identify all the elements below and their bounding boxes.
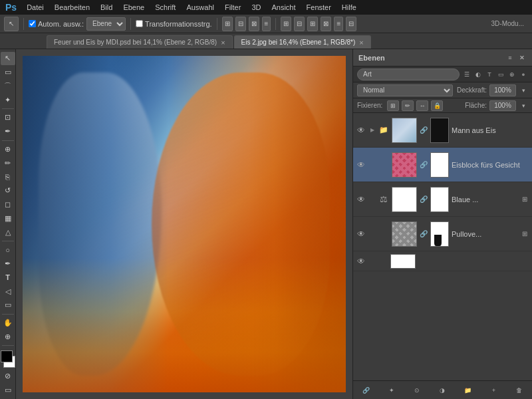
menu-ansicht[interactable]: Ansicht [267,2,300,13]
layer-select-dropdown[interactable]: Ebene [86,17,126,31]
dist3-btn[interactable]: ⊟ [294,17,305,31]
layer-expand-icon[interactable]: ▶ [369,127,376,134]
screen-mode-btn[interactable]: ▭ [1,383,15,396]
dist5-btn[interactable]: ⊠ [321,17,331,31]
align-right-btn[interactable]: ⊠ [249,17,259,31]
menu-bild[interactable]: Bild [96,2,117,13]
dist4-btn[interactable]: ⊞ [307,17,318,31]
fill-arrow-icon[interactable]: ▾ [519,101,528,110]
distribute-btn[interactable]: ≡ [262,17,271,31]
add-group-icon[interactable]: 📁 [464,386,473,395]
quick-select-tool[interactable]: ✦ [1,93,15,106]
crop-tool[interactable]: ⊡ [1,111,15,124]
layer-fx-badge: ⊞ [520,195,529,204]
adjustment-layer-icon[interactable]: ◑ [438,386,447,395]
layer-item[interactable]: 👁 🔗 Pullove... ⊞ [353,217,532,251]
menu-datei[interactable]: Datei [22,2,49,13]
layer-style-icon[interactable]: ✦ [387,386,396,395]
blend-mode-select[interactable]: Normal [357,84,453,96]
foreground-color-swatch[interactable] [1,350,13,362]
color-swatch-container[interactable] [1,350,15,367]
tab-feuer-eis[interactable]: Feuer und Eis by MDI.psd bei 14,1% (Eben… [47,35,233,49]
fill-input[interactable] [489,100,516,111]
filter-shape-icon[interactable]: ▭ [496,70,505,79]
hand-tool[interactable]: ✋ [1,317,15,330]
dist6-btn[interactable]: ≡ [334,17,343,31]
layer-link-icon[interactable]: 🔗 [420,161,426,168]
layer-eye-icon[interactable]: 👁 [356,125,366,136]
quick-mask-btn[interactable]: ⊘ [1,369,15,382]
menu-auswahl[interactable]: Auswahl [182,2,219,13]
healing-tool[interactable]: ⊕ [1,143,15,156]
auto-select-checkbox[interactable]: Autom. ausw.: [29,20,84,28]
layer-eye-icon[interactable]: 👁 [356,256,366,267]
filter-smart-icon[interactable]: ⊕ [507,70,517,79]
blur-tool[interactable]: △ [1,225,15,239]
gradient-tool[interactable]: ▦ [1,211,15,225]
brush-tool[interactable]: ✏ [1,156,15,170]
dodge-tool[interactable]: ○ [1,243,15,257]
layer-search-input[interactable] [357,68,460,80]
fix-pixels-btn[interactable]: ⊞ [387,100,399,111]
layer-eye-icon[interactable]: 👁 [356,194,366,205]
link-layers-icon[interactable]: 🔗 [361,386,370,395]
layer-thumbnail [392,118,417,143]
layer-name: Mann aus Eis [452,126,529,134]
type-tool[interactable]: T [1,271,15,284]
fix-brush-btn[interactable]: ✏ [402,100,414,111]
move-tool-btn[interactable]: ↖ [4,17,19,31]
layer-item[interactable]: 👁 ▶ 📁 🔗 Mann aus Eis [353,113,532,148]
tab-eis2-close[interactable]: × [359,39,363,47]
filter-adjust-icon[interactable]: ◐ [473,70,483,79]
menu-3d[interactable]: 3D [247,2,265,13]
add-mask-icon[interactable]: ⊙ [412,386,422,395]
menu-fenster[interactable]: Fenster [302,2,336,13]
opacity-input[interactable] [489,84,516,96]
layer-item-partial[interactable]: 👁 [353,251,532,271]
transform-input[interactable] [136,20,143,27]
eyedropper-tool[interactable]: ✒ [1,125,15,138]
layer-item[interactable]: 👁 🔗 Eisblock fürs Gesicht [353,148,532,182]
new-layer-icon[interactable]: + [489,386,498,395]
transform-checkbox[interactable]: Transformationsstrg. [136,20,211,28]
tab-eis2[interactable]: Eis 2.jpg bei 16,4% (Ebene 1, RGB/8*) × [234,35,371,49]
panel-close-icon[interactable]: ✕ [517,53,527,63]
zoom-tool[interactable]: ⊕ [1,330,15,343]
layer-name: Blaue ... [452,196,517,203]
filter-toggle-icon[interactable]: ● [519,70,528,79]
clone-tool[interactable]: ⎘ [1,170,15,184]
delete-layer-icon[interactable]: 🗑 [515,386,524,395]
eraser-tool[interactable]: ◻ [1,198,15,211]
lasso-tool[interactable]: ⌒ [1,80,15,93]
opacity-arrow-icon[interactable]: ▾ [519,86,528,95]
layer-link-icon[interactable]: 🔗 [420,230,426,237]
auto-select-input[interactable] [29,20,36,27]
filter-list-icon[interactable]: ☰ [462,70,471,79]
menu-ebene[interactable]: Ebene [118,2,149,13]
align-left-btn[interactable]: ⊞ [222,17,233,31]
dist7-btn[interactable]: ⊟ [346,17,356,31]
layer-eye-icon[interactable]: 👁 [356,160,366,170]
marquee-tool[interactable]: ▭ [1,66,15,79]
layer-link-icon[interactable]: 🔗 [420,126,426,134]
layer-item[interactable]: 👁 ⚖ 🔗 Blaue ... ⊞ [353,182,532,217]
move-tool[interactable]: ↖ [1,52,15,65]
menu-filter[interactable]: Filter [220,2,245,13]
fix-move-btn[interactable]: ↔ [416,100,428,111]
dist2-btn[interactable]: ⊞ [281,17,291,31]
fix-all-btn[interactable]: 🔒 [431,100,443,111]
history-tool[interactable]: ↺ [1,184,15,198]
menu-hilfe[interactable]: Hilfe [337,2,361,13]
filter-type-icon[interactable]: T [485,70,494,79]
align-center-btn[interactable]: ⊟ [235,17,246,31]
path-select-tool[interactable]: ◁ [1,285,15,298]
tab-feuer-eis-close[interactable]: × [221,39,225,47]
shape-tool[interactable]: ▭ [1,299,15,312]
menu-schrift[interactable]: Schrift [150,2,180,13]
panel-menu-icon[interactable]: ≡ [505,53,515,63]
layer-link-icon[interactable]: 🔗 [420,196,426,203]
layer-eye-icon[interactable]: 👁 [356,229,366,239]
pen-tool[interactable]: ✒ [1,257,15,271]
menu-bearbeiten[interactable]: Bearbeiten [50,2,94,13]
canvas-area [16,49,352,399]
